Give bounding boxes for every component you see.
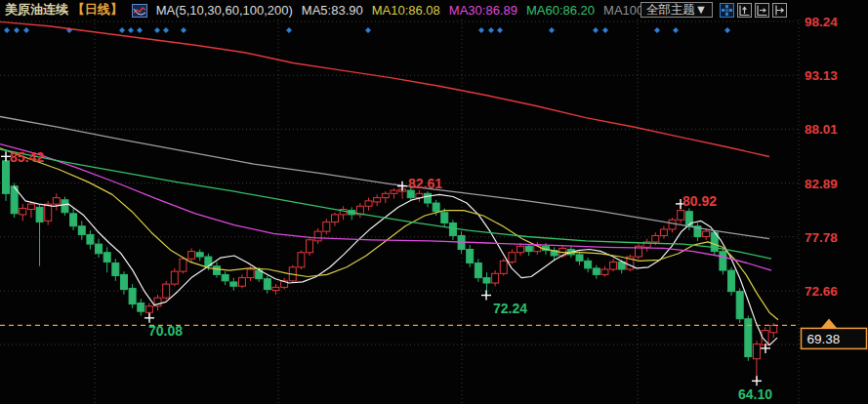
candle-body: [585, 261, 592, 268]
candle-body: [138, 303, 145, 312]
candle-body: [610, 262, 617, 269]
candle-body: [247, 269, 254, 278]
ma30-value: MA30:86.89: [449, 3, 517, 18]
candle-body: [728, 270, 735, 292]
event-dot[interactable]: [365, 27, 371, 33]
candle-body: [720, 252, 726, 270]
event-dot[interactable]: [23, 27, 29, 33]
candle-body: [45, 204, 52, 221]
candle-body: [678, 211, 684, 221]
candle-body: [307, 240, 313, 253]
event-dot[interactable]: [14, 27, 20, 33]
candle-body: [509, 253, 516, 263]
candle-body: [188, 252, 195, 260]
indicator-formula[interactable]: MA(5,10,30,60,100,200): [156, 3, 293, 18]
event-dot[interactable]: [488, 27, 494, 33]
candle-body: [703, 231, 710, 236]
axis-zoom-horizontal-icon[interactable]: [755, 3, 769, 18]
candle-body: [770, 325, 777, 332]
y-axis-tick-label: 88.01: [805, 122, 838, 137]
period-label[interactable]: 【日线】: [72, 2, 123, 17]
event-dot[interactable]: [673, 27, 679, 33]
candle-body: [112, 263, 119, 276]
candle-body: [391, 190, 397, 193]
candle-body: [660, 229, 667, 235]
candlestick-chart[interactable]: 98.2493.1388.0182.8977.7872.6667.5585.42…: [0, 0, 868, 404]
candle-body: [230, 282, 237, 286]
event-dot[interactable]: [163, 27, 169, 33]
kline-chart-icon: [132, 4, 147, 18]
candle-body: [27, 204, 34, 209]
candle-body: [593, 268, 599, 274]
event-dot[interactable]: [654, 27, 660, 33]
price-annotation: 70.08: [148, 323, 183, 339]
chart-toolbar: 全部主题▼: [641, 2, 787, 18]
price-up-arrow-icon[interactable]: [821, 318, 837, 328]
axis-zoom-vertical-icon[interactable]: [737, 3, 752, 18]
price-annotation: 85.42: [10, 149, 44, 165]
event-dot[interactable]: [593, 27, 599, 33]
price-annotation: 72.24: [493, 301, 527, 316]
theme-selector-button[interactable]: 全部主题▼: [641, 2, 713, 18]
candle-body: [129, 288, 136, 303]
candle-body: [62, 200, 68, 213]
candle-body: [36, 207, 43, 222]
candle-body: [365, 201, 372, 206]
candle-body: [96, 244, 103, 254]
ma-line-ma100: [0, 117, 769, 239]
symbol-label: 美原油连续: [5, 2, 68, 17]
candle-body: [238, 278, 245, 287]
candle-body: [475, 263, 481, 278]
candle-body: [441, 213, 448, 223]
event-dot[interactable]: [497, 27, 503, 33]
ma-line-ma5: [14, 186, 777, 345]
event-dot[interactable]: [181, 27, 186, 33]
event-dot[interactable]: [4, 27, 10, 33]
candle-body: [298, 253, 305, 267]
y-axis-tick-label: 77.78: [805, 230, 838, 245]
candle-body: [87, 234, 94, 244]
candle-body: [407, 190, 414, 198]
y-axis-tick-label: 72.66: [805, 284, 838, 299]
current-price-value: 69.38: [807, 332, 841, 346]
candle-body: [374, 198, 381, 202]
event-dot[interactable]: [602, 27, 608, 33]
candle-body: [517, 246, 524, 252]
candle-body: [53, 198, 60, 204]
pane-shift-right-icon[interactable]: [772, 3, 787, 18]
candle-body: [264, 279, 270, 290]
candle-body: [331, 215, 338, 222]
price-annotation: 82.61: [408, 176, 442, 191]
event-dot[interactable]: [154, 27, 160, 33]
candle-body: [171, 271, 178, 284]
candle-body: [20, 208, 26, 214]
candle-body: [163, 284, 170, 298]
candle-body: [323, 222, 330, 231]
event-dot[interactable]: [286, 27, 292, 33]
event-dot[interactable]: [549, 27, 555, 33]
candle-body: [314, 231, 321, 241]
price-annotation: 64.10: [738, 386, 772, 402]
candle-body: [120, 274, 127, 289]
candle-body: [222, 274, 228, 280]
event-dot[interactable]: [478, 27, 484, 33]
ma100-value: MA100: [603, 3, 643, 18]
event-dot[interactable]: [128, 27, 134, 33]
event-dot[interactable]: [119, 27, 125, 33]
y-axis-tick-label: 98.24: [805, 15, 838, 29]
y-axis-tick-label: 93.13: [805, 68, 838, 83]
event-dot[interactable]: [137, 27, 143, 33]
candle-body: [492, 273, 499, 283]
candle-body: [214, 266, 221, 275]
candle-body: [652, 235, 659, 241]
event-dot[interactable]: [724, 27, 730, 33]
candle-body: [78, 226, 85, 235]
ma-line-ma200: [0, 21, 769, 156]
candle-body: [382, 193, 389, 197]
candle-body: [576, 255, 583, 261]
candle-body: [196, 253, 203, 257]
candle-body: [500, 261, 507, 273]
pan-icon[interactable]: [720, 3, 734, 18]
price-annotation: 80.92: [682, 193, 717, 209]
candle-body: [449, 223, 456, 236]
